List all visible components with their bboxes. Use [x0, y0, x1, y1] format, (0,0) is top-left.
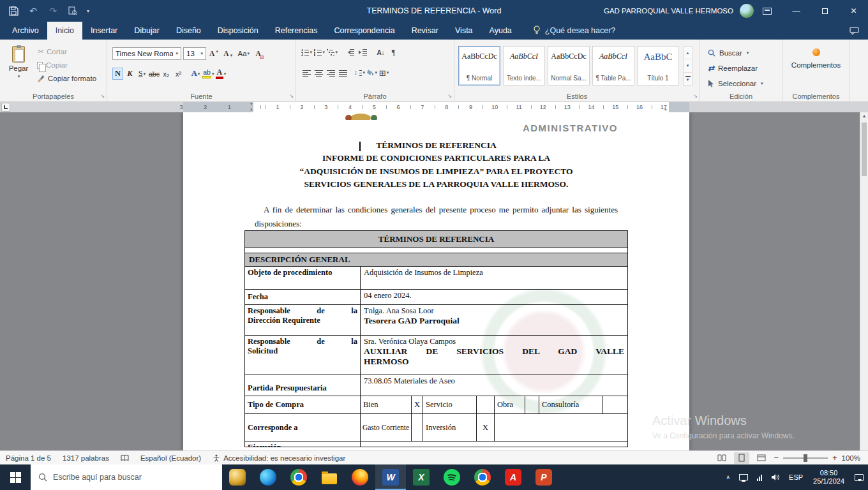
preview-tool-icon[interactable]	[67, 5, 79, 17]
network-tray-icon[interactable]	[752, 464, 767, 490]
tell-me-box[interactable]: ¿Qué desea hacer?	[533, 22, 616, 40]
paragraph-dialog-launcher-icon[interactable]: ↘	[447, 94, 452, 99]
italic-button[interactable]: K	[124, 68, 135, 80]
first-line-indent-marker[interactable]: ▾	[250, 102, 253, 105]
accessibility-status[interactable]: Accesibilidad: es necesario investigar	[207, 451, 351, 464]
word-taskbar-button[interactable]: W	[375, 464, 406, 490]
highlight-color-button[interactable]: ab▾	[202, 68, 214, 80]
ribbon-tab[interactable]: Correspondencia	[326, 22, 403, 40]
hidden-icons-chevron-icon[interactable]: ∧	[721, 464, 735, 490]
account-avatar[interactable]	[740, 4, 754, 18]
bold-button[interactable]: N	[112, 68, 123, 80]
vertical-scrollbar[interactable]: ▲	[860, 112, 868, 450]
style-card[interactable]: AaBbCcDc ¶ Normal	[458, 46, 500, 85]
addins-button[interactable]: Complementos	[782, 48, 849, 69]
change-case-button[interactable]: Aa▾	[237, 48, 251, 60]
volume-tray-icon[interactable]	[767, 464, 784, 490]
styles-more-icon[interactable]: ▾	[684, 73, 692, 85]
document-page[interactable]: ADMINISTRATIVO TÉRMINOS DE REFERENCIAINF…	[183, 112, 689, 450]
action-center-icon[interactable]	[850, 464, 868, 490]
page-count[interactable]: Página 1 de 5	[0, 451, 57, 464]
numbering-button[interactable]: ▾	[314, 47, 325, 57]
tab-stop-selector[interactable]	[1, 103, 10, 112]
save-icon[interactable]	[8, 5, 19, 17]
feedback-icon[interactable]	[849, 22, 859, 40]
taskbar-clock[interactable]: 08:50 25/1/2024	[807, 464, 850, 490]
start-button[interactable]	[0, 464, 31, 490]
display-tray-icon[interactable]	[735, 464, 752, 490]
align-right-button[interactable]	[326, 68, 336, 78]
word-count[interactable]: 1317 palabras	[57, 451, 115, 464]
underline-button[interactable]: S▾	[137, 68, 147, 80]
ribbon-display-options-icon[interactable]	[763, 8, 772, 15]
file-explorer-taskbar-button[interactable]	[314, 464, 345, 490]
borders-button[interactable]: ⊞▾	[378, 68, 389, 78]
ribbon-tab[interactable]: Diseño	[168, 22, 209, 40]
shrink-font-button[interactable]: A▼	[222, 48, 234, 60]
format-painter-button[interactable]: Copiar formato	[37, 73, 96, 84]
style-card[interactable]: AaBbCcDc Normal Sa...	[548, 46, 590, 85]
show-paragraph-marks-button[interactable]: ¶	[388, 47, 399, 57]
replace-button[interactable]: ⇄ Reemplazar	[708, 61, 763, 75]
language-status[interactable]: Español (Ecuador)	[135, 451, 207, 464]
chrome-taskbar-button[interactable]	[283, 464, 314, 490]
account-name[interactable]: GAD PARROQUIAL VALLE HERMOSO	[604, 7, 733, 15]
powerpoint-taskbar-button[interactable]: P	[528, 464, 559, 490]
ribbon-tab[interactable]: Archivo	[4, 22, 47, 40]
font-color-button[interactable]: A▾	[216, 68, 227, 80]
font-name-combo[interactable]: Times New Roma▾	[112, 47, 181, 60]
hanging-indent-marker[interactable]: ▴	[250, 107, 253, 110]
pinned-app-icon[interactable]	[222, 464, 253, 490]
zoom-level[interactable]: 100%	[842, 454, 860, 462]
redo-icon[interactable]: ↷	[47, 5, 59, 17]
scrollbar-thumb[interactable]	[862, 122, 867, 176]
text-effects-button[interactable]: A▾	[190, 68, 201, 80]
decrease-indent-button[interactable]	[345, 47, 355, 57]
ribbon-tab[interactable]: Referencias	[267, 22, 326, 40]
excel-taskbar-button[interactable]: X	[406, 464, 437, 490]
superscript-button[interactable]: x²	[173, 68, 184, 80]
zoom-slider[interactable]	[783, 457, 828, 459]
clear-formatting-button[interactable]: A	[253, 48, 264, 60]
web-layout-button[interactable]	[754, 452, 769, 464]
find-button[interactable]: Buscar▾	[708, 46, 763, 59]
ribbon-tab[interactable]: Dibujar	[126, 22, 168, 40]
sort-button[interactable]: A↓	[375, 47, 386, 57]
ribbon-tab[interactable]: Vista	[447, 22, 481, 40]
taskbar-search-box[interactable]: Escribe aquí para buscar	[31, 464, 222, 490]
cut-button[interactable]: ✂Cortar	[37, 46, 96, 57]
read-mode-button[interactable]	[714, 452, 730, 464]
qat-customize-icon[interactable]: ▾	[87, 8, 89, 14]
zoom-in-button[interactable]: +	[832, 453, 837, 463]
clipboard-dialog-launcher-icon[interactable]: ↘	[100, 94, 105, 99]
ribbon-tab[interactable]: Ayuda	[481, 22, 520, 40]
ribbon-tab[interactable]: Insertar	[82, 22, 126, 40]
font-size-combo[interactable]: 13▾	[183, 47, 206, 60]
edge-taskbar-button[interactable]	[253, 464, 283, 490]
scroll-up-icon[interactable]: ▲	[860, 114, 868, 118]
style-card[interactable]: AaBbC Título 1	[637, 46, 679, 85]
style-card[interactable]: AaBbCcI Texto inde...	[503, 46, 545, 85]
align-center-button[interactable]	[313, 68, 324, 78]
acrobat-taskbar-button[interactable]: A	[498, 464, 528, 490]
grow-font-button[interactable]: A▲	[208, 48, 220, 60]
zoom-slider-thumb[interactable]	[804, 454, 807, 462]
line-spacing-button[interactable]: ▾	[354, 68, 365, 78]
copy-button[interactable]: Copiar	[37, 59, 96, 71]
undo-icon[interactable]: ↶	[27, 5, 39, 17]
styles-scroll-up-icon[interactable]: ▴	[684, 47, 692, 59]
multilevel-list-button[interactable]: ▾	[327, 47, 338, 57]
bullets-button[interactable]: ▾	[301, 47, 312, 57]
style-card[interactable]: AaBbCcI ¶ Table Pa...	[592, 46, 634, 85]
font-dialog-launcher-icon[interactable]: ↘	[289, 94, 294, 99]
select-button[interactable]: Seleccionar▾	[708, 77, 763, 90]
language-indicator[interactable]: ESP	[784, 464, 807, 490]
close-button[interactable]: ✕	[839, 0, 868, 22]
spotify-taskbar-button[interactable]	[437, 464, 467, 490]
right-indent-marker[interactable]: ▴	[664, 107, 667, 110]
print-layout-button[interactable]	[734, 452, 749, 464]
firefox-taskbar-button[interactable]	[345, 464, 375, 490]
ribbon-tab[interactable]: Revisar	[403, 22, 447, 40]
paste-button[interactable]: Pegar ▾	[3, 45, 34, 92]
subscript-button[interactable]: x₂	[161, 68, 172, 80]
